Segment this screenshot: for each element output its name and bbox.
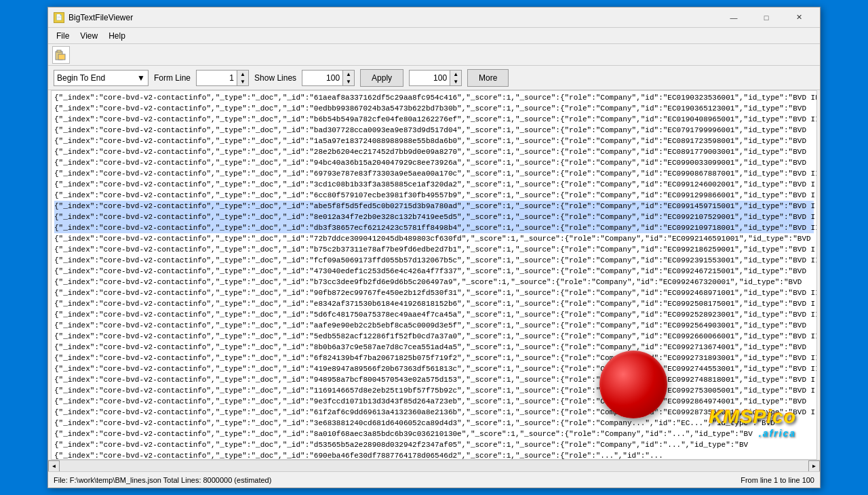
second-value-down[interactable]: ▼ (450, 78, 461, 85)
scroll-right-arrow[interactable]: ► (808, 460, 820, 472)
direction-dropdown[interactable]: Begin To End ▼ (54, 70, 149, 86)
text-line: {"_index":"core-bvd-v2-contactinfo","_ty… (54, 374, 814, 385)
text-line: {"_index":"core-bvd-v2-contactinfo","_ty… (54, 179, 814, 190)
toolbar (48, 44, 820, 66)
form-line-down[interactable]: ▼ (237, 78, 248, 85)
horizontal-scrollbar: ◄ ► (48, 460, 820, 471)
svg-rect-1 (57, 50, 61, 52)
text-line: {"_index":"core-bvd-v2-contactinfo","_ty… (54, 353, 814, 363)
status-left: File: F:\work\temp\BM_lines.json Total L… (54, 476, 271, 484)
text-line: {"_index":"core-bvd-v2-contactinfo","_ty… (54, 201, 814, 212)
text-line: {"_index":"core-bvd-v2-contactinfo","_ty… (54, 320, 814, 331)
title-bar: 📄 BigTextFileViewer — □ ✕ (48, 7, 820, 28)
text-line: {"_index":"core-bvd-v2-contactinfo","_ty… (54, 212, 814, 222)
text-line: {"_index":"core-bvd-v2-contactinfo","_ty… (54, 103, 814, 114)
text-line: {"_index":"core-bvd-v2-contactinfo","_ty… (54, 363, 814, 374)
text-line: {"_index":"core-bvd-v2-contactinfo","_ty… (54, 342, 814, 353)
content-scroll[interactable]: {"_index":"core-bvd-v2-contactinfo","_ty… (52, 91, 816, 459)
window-title: BigTextFileViewer (68, 13, 133, 22)
app-icon: 📄 (54, 12, 64, 23)
text-line: {"_index":"core-bvd-v2-contactinfo","_ty… (54, 255, 814, 266)
text-line: {"_index":"core-bvd-v2-contactinfo","_ty… (54, 450, 814, 459)
second-value-field[interactable]: 100 (409, 70, 450, 86)
scroll-track-h[interactable] (60, 460, 808, 472)
controls-bar: Begin To End ▼ Form Line 1 ▲ ▼ Show Line… (48, 66, 820, 90)
text-line: {"_index":"core-bvd-v2-contactinfo","_ty… (54, 331, 814, 342)
close-button[interactable]: ✕ (783, 11, 814, 24)
text-line: {"_index":"core-bvd-v2-contactinfo","_ty… (54, 157, 814, 168)
second-value-input: 100 ▲ ▼ (409, 70, 462, 86)
svg-rect-2 (58, 54, 65, 60)
second-value-up[interactable]: ▲ (450, 71, 461, 78)
text-line: {"_index":"core-bvd-v2-contactinfo","_ty… (54, 396, 814, 407)
text-line: {"_index":"core-bvd-v2-contactinfo","_ty… (54, 266, 814, 277)
text-line: {"_index":"core-bvd-v2-contactinfo","_ty… (54, 277, 814, 288)
text-line: {"_index":"core-bvd-v2-contactinfo","_ty… (54, 407, 814, 418)
show-lines-up[interactable]: ▲ (343, 71, 354, 78)
text-line: {"_index":"core-bvd-v2-contactinfo","_ty… (54, 125, 814, 136)
form-line-field[interactable]: 1 (196, 70, 237, 86)
text-line: {"_index":"core-bvd-v2-contactinfo","_ty… (54, 439, 814, 450)
text-line: {"_index":"core-bvd-v2-contactinfo","_ty… (54, 244, 814, 255)
text-line: {"_index":"core-bvd-v2-contactinfo","_ty… (54, 288, 814, 298)
form-line-input: 1 ▲ ▼ (196, 70, 249, 86)
text-content: {"_index":"core-bvd-v2-contactinfo","_ty… (52, 91, 816, 459)
status-bar: File: F:\work\temp\BM_lines.json Total L… (48, 471, 820, 488)
second-value-spinners: ▲ ▼ (450, 70, 462, 86)
show-lines-input: 100 ▲ ▼ (302, 70, 355, 86)
text-line: {"_index":"core-bvd-v2-contactinfo","_ty… (54, 136, 814, 146)
text-line: {"_index":"core-bvd-v2-contactinfo","_ty… (54, 233, 814, 244)
text-line: {"_index":"core-bvd-v2-contactinfo","_ty… (54, 429, 814, 439)
chevron-down-icon: ▼ (137, 73, 145, 83)
form-line-label: Form Line (154, 73, 191, 83)
minimize-button[interactable]: — (718, 11, 749, 24)
text-line: {"_index":"core-bvd-v2-contactinfo","_ty… (54, 190, 814, 201)
form-line-up[interactable]: ▲ (237, 71, 248, 78)
main-window: 📄 BigTextFileViewer — □ ✕ File View Help… (47, 7, 821, 488)
text-line: {"_index":"core-bvd-v2-contactinfo","_ty… (54, 385, 814, 396)
show-lines-spinners: ▲ ▼ (342, 70, 355, 86)
menu-file[interactable]: File (51, 30, 75, 42)
text-line: {"_index":"core-bvd-v2-contactinfo","_ty… (54, 168, 814, 179)
text-line: {"_index":"core-bvd-v2-contactinfo","_ty… (54, 298, 814, 309)
title-bar-left: 📄 BigTextFileViewer (54, 12, 133, 23)
text-line: {"_index":"core-bvd-v2-contactinfo","_ty… (54, 114, 814, 125)
show-lines-label: Show Lines (254, 73, 296, 83)
text-line: {"_index":"core-bvd-v2-contactinfo","_ty… (54, 309, 814, 320)
apply-button[interactable]: Apply (360, 69, 403, 87)
form-line-spinners: ▲ ▼ (237, 70, 249, 86)
menu-view[interactable]: View (75, 30, 103, 42)
show-lines-down[interactable]: ▼ (343, 78, 354, 85)
text-line: {"_index":"core-bvd-v2-contactinfo","_ty… (54, 92, 814, 103)
content-area: {"_index":"core-bvd-v2-contactinfo","_ty… (51, 90, 817, 460)
menu-bar: File View Help (48, 28, 820, 44)
text-line: {"_index":"core-bvd-v2-contactinfo","_ty… (54, 222, 814, 233)
show-lines-field[interactable]: 100 (302, 70, 342, 86)
dropdown-value: Begin To End (57, 73, 105, 83)
window-controls: — □ ✕ (718, 11, 814, 24)
maximize-button[interactable]: □ (751, 11, 782, 24)
menu-help[interactable]: Help (103, 30, 131, 42)
text-line: {"_index":"core-bvd-v2-contactinfo","_ty… (54, 418, 814, 429)
more-button[interactable]: More (467, 69, 509, 87)
status-right: From line 1 to line 100 (741, 476, 814, 484)
text-line: {"_index":"core-bvd-v2-contactinfo","_ty… (54, 146, 814, 157)
scroll-left-arrow[interactable]: ◄ (48, 460, 60, 472)
open-file-button[interactable] (52, 46, 70, 64)
